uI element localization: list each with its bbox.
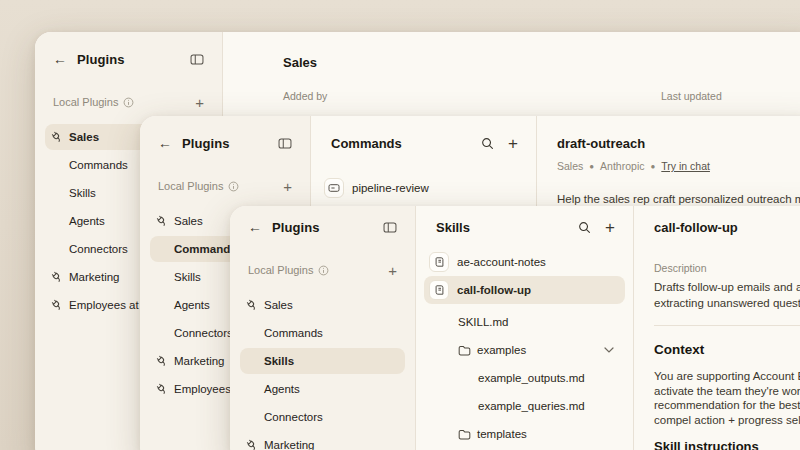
plugins-window-front: ← Plugins Local Plugins + Sales Commands… <box>230 206 800 450</box>
list-item-label: pipeline-review <box>352 182 429 194</box>
tree-item-example-queries[interactable]: example_queries.md <box>424 392 625 420</box>
description-label: Description <box>654 262 800 274</box>
add-plugin-button[interactable]: + <box>283 179 292 194</box>
skill-detail-pane: call-follow-up Description Drafts follow… <box>634 206 800 450</box>
meta-vendor: Anthropic <box>600 160 644 172</box>
sidebar-item-label: Sales <box>69 131 99 143</box>
context-heading: Context <box>654 342 800 357</box>
add-command-button[interactable]: + <box>508 135 518 152</box>
sidebar-item-label: Connectors <box>174 327 233 339</box>
back-arrow-icon[interactable]: ← <box>248 220 262 234</box>
pane-title: Commands <box>331 136 467 151</box>
sidebar-item-label: Agents <box>69 215 105 227</box>
command-description: Help the sales rep craft personalized ou… <box>557 192 800 207</box>
dot-separator: ● <box>650 162 655 171</box>
plug-icon <box>156 355 169 367</box>
sidebar-item-agents[interactable]: Agents <box>240 376 405 402</box>
sidebar-item-label: Sales <box>264 299 293 311</box>
sidebar-item-label: Commands <box>69 159 128 171</box>
sidebar-item-sales[interactable]: Sales <box>240 292 405 318</box>
plugins-sidebar: ← Plugins Local Plugins + Sales Commands… <box>230 206 416 450</box>
sidebar-item-skills[interactable]: Skills <box>240 348 405 374</box>
plug-icon <box>156 383 169 395</box>
column-header-last-updated: Last updated <box>661 90 722 102</box>
command-box-icon <box>324 178 344 198</box>
skill-instructions-heading: Skill instructions <box>654 439 800 450</box>
description-line: Drafts follow-up emails and an <box>654 279 800 295</box>
back-arrow-icon[interactable]: ← <box>158 136 172 150</box>
sidebar-item-label: Skills <box>264 355 294 367</box>
sidebar-item-label: Commands <box>174 243 237 255</box>
sidebar-toggle-icon[interactable] <box>383 222 397 233</box>
sidebar-item-label: Skills <box>69 187 96 199</box>
search-icon[interactable] <box>481 137 494 150</box>
meta-plugin: Sales <box>557 160 583 172</box>
sidebar-item-label: Agents <box>264 383 300 395</box>
sidebar-title: Plugins <box>77 52 180 67</box>
column-header-added-by: Added by <box>283 90 327 102</box>
sidebar-toggle-icon[interactable] <box>190 54 204 65</box>
info-circle-icon[interactable] <box>228 181 239 192</box>
skills-list-pane: Skills + ae-account-notes call-follow-up… <box>416 206 634 450</box>
dot-separator: ● <box>589 162 594 171</box>
sidebar-item-label: Sales <box>174 215 203 227</box>
detail-title: draft-outreach <box>557 130 800 156</box>
info-circle-icon[interactable] <box>318 265 329 276</box>
sidebar-item-label: Marketing <box>174 355 225 367</box>
sidebar-item-commands[interactable]: Commands <box>240 320 405 346</box>
sidebar-item-label: Connectors <box>69 243 128 255</box>
tree-item-call-follow-up[interactable]: call-follow-up <box>424 276 625 304</box>
section-label: Local Plugins <box>248 264 313 276</box>
sidebar-toggle-icon[interactable] <box>278 138 292 149</box>
context-line: recommendation for the best p <box>654 398 800 413</box>
section-divider <box>654 325 800 326</box>
sidebar-item-label: Skills <box>174 271 201 283</box>
sidebar-item-label: Marketing <box>69 271 120 283</box>
tree-item-ae-account-notes[interactable]: ae-account-notes <box>424 248 625 276</box>
pane-title: Skills <box>436 220 564 235</box>
sidebar-title: Plugins <box>272 220 373 235</box>
info-circle-icon[interactable] <box>123 97 134 108</box>
back-arrow-icon[interactable]: ← <box>53 52 67 66</box>
list-item-pipeline-review[interactable]: pipeline-review <box>319 174 528 202</box>
folder-icon <box>458 429 471 440</box>
folder-icon <box>458 345 471 356</box>
plug-icon <box>51 299 64 311</box>
add-plugin-button[interactable]: + <box>195 95 204 110</box>
tree-item-example-outputs[interactable]: example_outputs.md <box>424 364 625 392</box>
try-in-chat-link[interactable]: Try in chat <box>661 160 710 172</box>
plug-icon <box>51 131 64 143</box>
sidebar-item-label: Agents <box>174 299 210 311</box>
section-label: Local Plugins <box>53 96 118 108</box>
chevron-down-icon[interactable] <box>604 347 614 353</box>
pane-title: Sales <box>283 48 800 76</box>
tree-item-skill-md[interactable]: SKILL.md <box>424 308 625 336</box>
tree-item-templates[interactable]: templates <box>424 420 625 448</box>
sidebar-item-label: Connectors <box>264 411 323 423</box>
tree-item-label: ae-account-notes <box>457 256 546 268</box>
scroll-icon <box>429 280 449 300</box>
add-skill-button[interactable]: + <box>605 219 615 236</box>
tree-item-label: call-follow-up <box>457 284 531 296</box>
sidebar-item-label: Marketing <box>264 439 315 450</box>
sidebar-item-label: Commands <box>264 327 323 339</box>
section-label: Local Plugins <box>158 180 223 192</box>
tree-item-label: templates <box>477 428 527 440</box>
scroll-icon <box>429 252 449 272</box>
add-plugin-button[interactable]: + <box>388 263 397 278</box>
sidebar-item-connectors[interactable]: Connectors <box>240 404 405 430</box>
detail-title: call-follow-up <box>654 214 800 240</box>
sidebar-title: Plugins <box>182 136 268 151</box>
description-line: extracting unanswered questi <box>654 295 800 311</box>
context-line: compel action + progress sellin <box>654 413 800 428</box>
tree-item-examples[interactable]: examples <box>424 336 625 364</box>
plug-icon <box>156 215 169 227</box>
search-icon[interactable] <box>578 221 591 234</box>
tree-item-label: example_queries.md <box>478 400 585 412</box>
plug-icon <box>246 439 259 450</box>
sidebar-item-marketing[interactable]: Marketing <box>240 432 405 450</box>
plug-icon <box>51 271 64 283</box>
context-line: activate the team they're work <box>654 384 800 399</box>
tree-item-label: example_outputs.md <box>478 372 585 384</box>
context-line: You are supporting Account Ex <box>654 369 800 384</box>
